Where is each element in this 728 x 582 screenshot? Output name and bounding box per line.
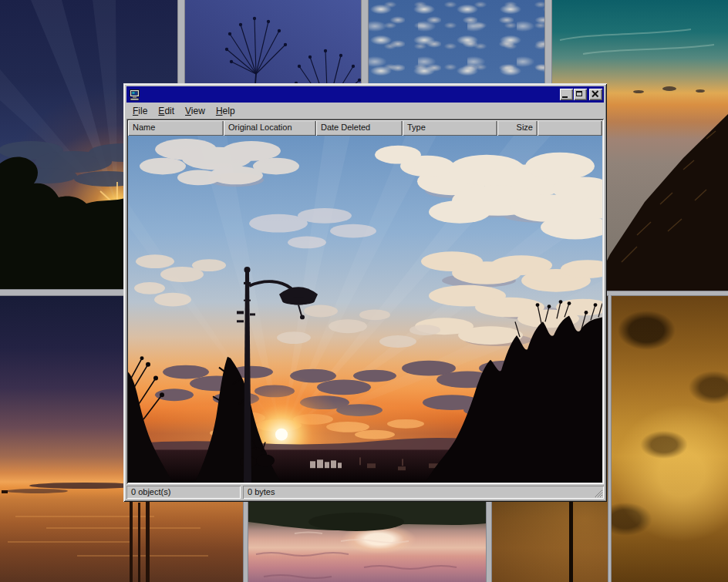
street-lamp-sunset-photo [128, 136, 602, 483]
file-list-view[interactable]: Name Original Location Date Deleted Type… [126, 119, 604, 484]
column-header-name[interactable]: Name [128, 120, 224, 136]
menu-edit[interactable]: Edit [153, 104, 180, 118]
menu-view[interactable]: View [180, 104, 211, 118]
status-size: 0 bytes [243, 486, 604, 499]
maximize-icon [576, 91, 582, 96]
minimize-icon [562, 96, 568, 98]
resize-grip[interactable] [593, 488, 603, 498]
menu-file[interactable]: File [127, 104, 153, 118]
maximize-button[interactable] [574, 89, 587, 100]
menu-bar: File Edit View Help [126, 103, 604, 119]
titlebar[interactable] [126, 86, 604, 103]
menu-help[interactable]: Help [211, 104, 241, 118]
recycle-bin-window: File Edit View Help Name Original Locati… [123, 83, 607, 502]
desktop: File Edit View Help Name Original Locati… [0, 0, 728, 582]
column-header-original-location[interactable]: Original Location [224, 120, 316, 136]
column-header-date-deleted[interactable]: Date Deleted [316, 120, 403, 136]
column-header-row: Name Original Location Date Deleted Type… [128, 120, 602, 136]
status-bar: 0 object(s) 0 bytes [126, 486, 604, 499]
computer-icon[interactable] [129, 89, 141, 101]
close-icon [591, 90, 600, 98]
column-header-size[interactable]: Size [497, 120, 538, 136]
column-header-blank [538, 120, 602, 136]
close-button[interactable] [589, 89, 602, 100]
status-object-count: 0 object(s) [126, 486, 241, 499]
sunset-photo-art [128, 136, 602, 483]
wallpaper-tile-golden-blur [612, 296, 728, 582]
minimize-button[interactable] [560, 89, 573, 100]
column-header-type[interactable]: Type [403, 120, 497, 136]
